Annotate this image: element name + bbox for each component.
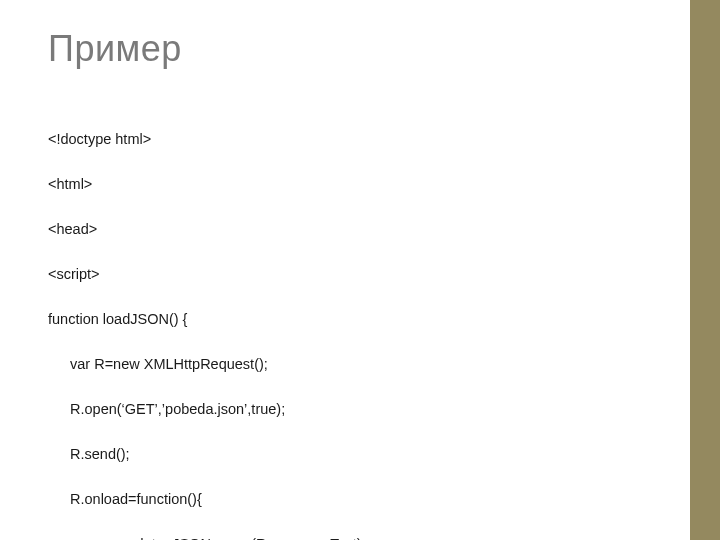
code-line: <script> — [48, 263, 650, 285]
code-line: <html> — [48, 173, 650, 195]
code-block: <!doctype html> <html> <head> <script> f… — [48, 106, 650, 540]
code-line: var mydata=JSON.parse(R.responseText); — [48, 533, 650, 540]
code-line: R.onload=function(){ — [48, 488, 650, 510]
code-line: function loadJSON() { — [48, 308, 650, 330]
code-line: var R=new XMLHttpRequest(); — [48, 353, 650, 375]
slide-title: Пример — [48, 28, 650, 70]
slide-content: Пример <!doctype html> <html> <head> <sc… — [0, 0, 690, 540]
code-line: <!doctype html> — [48, 128, 650, 150]
code-line: R.open(‘GET’,’pobeda.json’,true); — [48, 398, 650, 420]
accent-bar — [690, 0, 720, 540]
code-line: <head> — [48, 218, 650, 240]
code-line: R.send(); — [48, 443, 650, 465]
